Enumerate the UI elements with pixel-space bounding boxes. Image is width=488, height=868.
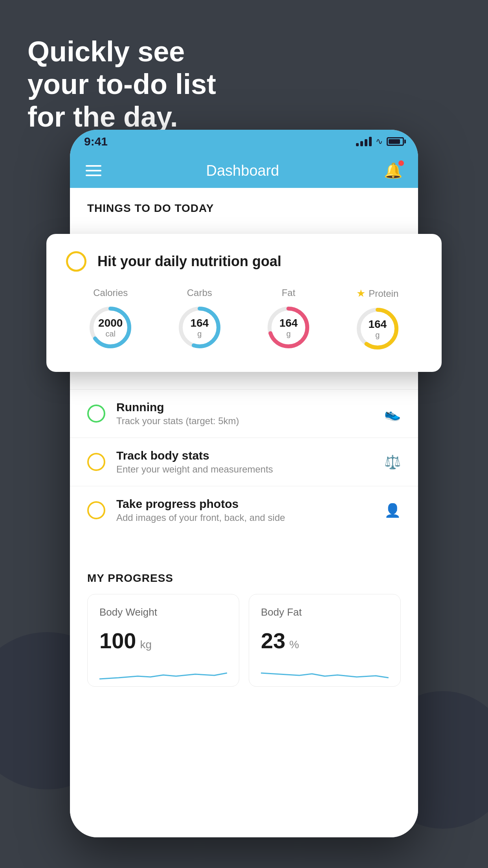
- nav-title: Dashboard: [206, 162, 279, 179]
- todo-subtitle-body-stats: Enter your weight and measurements: [116, 464, 373, 475]
- todo-title-progress-photos: Take progress photos: [116, 497, 373, 511]
- body-weight-value: 100: [99, 628, 136, 653]
- progress-section: MY PROGRESS Body Weight 100 kg Body Fat: [70, 558, 418, 704]
- things-to-do-header: THINGS TO DO TODAY: [70, 188, 418, 224]
- body-fat-unit: %: [289, 638, 299, 651]
- person-icon: 👤: [384, 502, 401, 518]
- fat-value: 164: [279, 317, 298, 329]
- body-fat-chart: [261, 661, 389, 685]
- carbs-label: Carbs: [187, 287, 212, 298]
- progress-header: MY PROGRESS: [70, 558, 418, 594]
- todo-check-running[interactable]: [87, 405, 105, 423]
- nutrition-circles: Calories 2000 cal Carbs: [66, 287, 422, 352]
- status-bar: 9:41 ∿: [70, 130, 418, 153]
- progress-card-body-fat[interactable]: Body Fat 23 %: [249, 594, 401, 687]
- todo-check-progress-photos[interactable]: [87, 501, 105, 519]
- notification-button[interactable]: 🔔: [384, 162, 402, 179]
- todo-item-body-stats[interactable]: Track body stats Enter your weight and m…: [70, 438, 418, 486]
- nutrition-card: Hit your daily nutrition goal Calories 2…: [46, 234, 442, 372]
- battery-icon: [387, 137, 404, 146]
- carbs-value: 164: [190, 317, 209, 329]
- todo-subtitle-running: Track your stats (target: 5km): [116, 416, 373, 427]
- running-icon: 👟: [384, 406, 401, 421]
- todo-title-body-stats: Track body stats: [116, 449, 373, 462]
- carbs-unit: g: [190, 329, 209, 338]
- fat-unit: g: [279, 329, 298, 338]
- calories-donut: 2000 cal: [87, 304, 134, 351]
- fat-label: Fat: [282, 287, 295, 298]
- body-weight-chart: [99, 661, 227, 685]
- todo-title-running: Running: [116, 401, 373, 414]
- protein-unit: g: [368, 331, 387, 340]
- hero-text: Quickly see your to-do list for the day.: [28, 35, 216, 133]
- calories-value: 2000: [98, 317, 123, 329]
- notification-dot: [398, 160, 404, 166]
- todo-subtitle-progress-photos: Add images of your front, back, and side: [116, 512, 373, 523]
- scale-icon: ⚖️: [384, 454, 401, 470]
- calories-unit: cal: [98, 329, 123, 338]
- progress-card-body-weight[interactable]: Body Weight 100 kg: [87, 594, 239, 687]
- carbs-donut: 164 g: [176, 304, 223, 351]
- fat-donut: 164 g: [265, 304, 312, 351]
- todo-item-progress-photos[interactable]: Take progress photos Add images of your …: [70, 486, 418, 534]
- nutrition-card-title: Hit your daily nutrition goal: [97, 253, 281, 270]
- wifi-icon: ∿: [376, 136, 383, 147]
- nutrition-carbs: Carbs 164 g: [176, 287, 223, 351]
- protein-donut: 164 g: [354, 305, 401, 352]
- body-weight-title: Body Weight: [99, 606, 227, 618]
- status-time: 9:41: [84, 135, 108, 148]
- todo-item-running[interactable]: Running Track your stats (target: 5km) 👟: [70, 389, 418, 438]
- nav-bar: Dashboard 🔔: [70, 153, 418, 188]
- nutrition-calories: Calories 2000 cal: [87, 287, 134, 351]
- body-weight-unit: kg: [140, 638, 152, 651]
- status-icons: ∿: [356, 136, 404, 147]
- nutrition-check-circle[interactable]: [66, 251, 86, 272]
- body-fat-value: 23: [261, 628, 285, 653]
- star-icon: ★: [356, 287, 365, 300]
- menu-button[interactable]: [86, 165, 101, 176]
- nutrition-protein: ★ Protein 164 g: [354, 287, 401, 352]
- calories-label: Calories: [93, 287, 128, 298]
- todo-list: Running Track your stats (target: 5km) 👟…: [70, 389, 418, 534]
- body-fat-title: Body Fat: [261, 606, 389, 618]
- signal-icon: [356, 137, 372, 146]
- protein-value: 164: [368, 318, 387, 331]
- progress-cards: Body Weight 100 kg Body Fat 23 %: [70, 594, 418, 704]
- todo-check-body-stats[interactable]: [87, 453, 105, 471]
- protein-label-row: ★ Protein: [356, 287, 398, 300]
- nutrition-fat: Fat 164 g: [265, 287, 312, 351]
